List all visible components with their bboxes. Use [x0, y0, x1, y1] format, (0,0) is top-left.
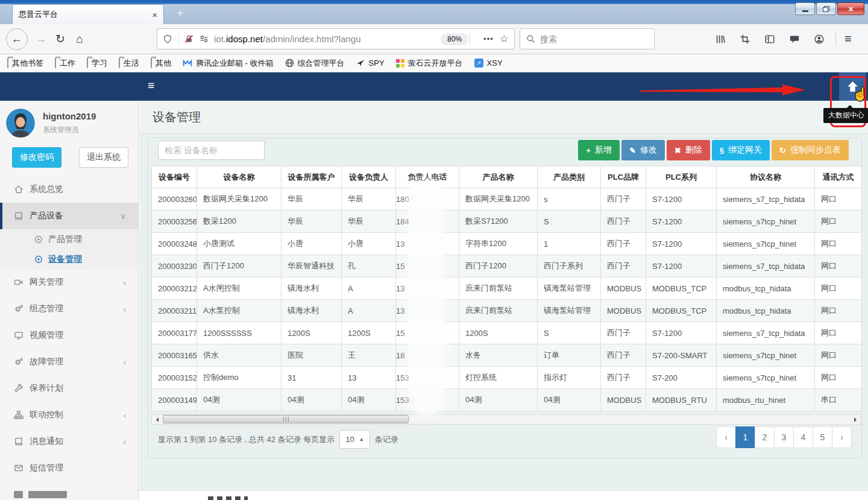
messages-icon[interactable] [789, 34, 800, 45]
sidebar-item-消息通知[interactable]: 消息通知‹ [0, 428, 138, 455]
change-password-button[interactable]: 修改密码 [12, 147, 61, 168]
forward-button[interactable]: → [31, 33, 51, 46]
pager-page-4[interactable]: 4 [793, 426, 813, 448]
restore-button[interactable] [816, 2, 836, 15]
cell-owner: 13 [342, 367, 396, 389]
user-buttons: 修改密码 退出系统 [0, 141, 138, 176]
horizontal-scrollbar[interactable] [151, 414, 861, 425]
bookmark-SPY[interactable]: SPY [356, 59, 385, 68]
table-row[interactable]: 200003256数采1200华辰华辰184数采S71200S西门子S7-120… [152, 210, 862, 233]
cell-category: S [538, 322, 601, 344]
action-button-删除[interactable]: ✖删除 [667, 140, 710, 160]
bookmark-folder-工作[interactable]: 工作 [55, 58, 75, 69]
minimize-button[interactable] [795, 2, 815, 15]
action-button-绑定网关[interactable]: §绑定网关 [712, 140, 770, 160]
cell-plc_series: MODBUS_TCP [646, 300, 717, 322]
new-tab-button[interactable]: + [171, 6, 189, 23]
phone-fragment-left: 15 [396, 329, 404, 338]
sidebar-item-联动控制[interactable]: 联动控制‹ [0, 402, 138, 428]
browser-tab[interactable]: 思普云平台 × [12, 4, 164, 24]
table-row[interactable]: 200003230西门子1200华辰智通科技孔15西门子1200西门子系列西门子… [152, 255, 862, 277]
sidebar-toggle-icon[interactable] [764, 34, 775, 45]
clipped-menu-item[interactable] [0, 481, 138, 500]
device-search-input[interactable] [158, 141, 265, 160]
browser-search-input[interactable] [540, 34, 637, 44]
action-button-强制同步点表[interactable]: ↻强制同步点表 [772, 140, 849, 160]
library-icon[interactable] [715, 34, 726, 45]
tab-close-icon[interactable]: × [152, 10, 157, 19]
cell-customer: 04测 [281, 389, 342, 411]
bookmark-folder-学习[interactable]: 学习 [87, 58, 107, 69]
sidebar-item-网关管理[interactable]: 网关管理‹ [0, 269, 138, 296]
table-row[interactable]: 2000031771200SSSSSS1200S1200S151200SS西门子… [152, 322, 862, 344]
minimize-icon [802, 10, 808, 12]
cell-owner: 华辰 [342, 188, 396, 210]
bookmark-XSY[interactable]: ↗XSY [474, 59, 503, 68]
browser-menu-icon[interactable]: ≡ [844, 32, 852, 46]
sidebar-item-产品设备[interactable]: 产品设备∨ [0, 203, 138, 229]
sidebar-item-保养计划[interactable]: 保养计划 [0, 375, 138, 402]
device-table: 设备编号设备名称设备所属客户设备负责人负责人电话产品名称产品类别PLC品牌PLC… [151, 166, 862, 411]
table-row[interactable]: 200003248小唐测试小唐小唐13字符串12001西门子S7-1200sie… [152, 233, 862, 255]
scroll-left-button[interactable] [152, 415, 162, 424]
sidebar-item-故障管理[interactable]: 故障管理‹ [0, 349, 138, 375]
sidebar-item-系统总览[interactable]: 系统总览 [0, 176, 138, 203]
bookmark-腾讯企业邮箱 - 收件箱[interactable]: 腾讯企业邮箱 - 收件箱 [183, 58, 274, 69]
scrollbar-track[interactable] [162, 415, 851, 424]
logout-button[interactable]: 退出系统 [79, 147, 128, 168]
table-row[interactable]: 20000314904测04测04测153804测04测MODBUSMODBUS… [152, 389, 862, 411]
table-row[interactable]: 200003260数据网关采集1200华辰华辰1804数据网关采集1200s西门… [152, 188, 862, 210]
phone-fragment-left: 13 [396, 306, 404, 315]
page-size-select[interactable]: 10 ▲ [339, 430, 370, 449]
pager-page-2[interactable]: 2 [755, 426, 775, 448]
avatar[interactable] [6, 109, 35, 138]
sidebar-item-label: 网关管理 [30, 277, 63, 288]
phone-fragment-left: 15 [396, 373, 404, 382]
page-actions-icon[interactable]: ••• [483, 34, 494, 43]
sidebar-item-label: 产品管理 [48, 234, 82, 245]
cell-plc_series: S7-1200 [646, 233, 717, 255]
close-button[interactable]: × [837, 2, 864, 15]
shield-icon[interactable] [163, 34, 172, 44]
table-row[interactable]: 200003211A水泵控制镇海水利A13庶来门前泵站镇海泵站管理MODBUSM… [152, 300, 862, 322]
bookmark-folder-生活[interactable]: 生活 [119, 58, 139, 69]
cell-owner: A [342, 300, 396, 322]
pager-page-5[interactable]: 5 [813, 426, 832, 448]
pager-prev[interactable]: ‹ [716, 426, 736, 448]
cell-product: 庶来门前泵站 [459, 277, 538, 300]
bookmark-star-icon[interactable]: ☆ [500, 33, 509, 45]
home-button[interactable]: ⌂ [70, 33, 89, 46]
bookmark-folder-其他书签[interactable]: 其他书签 [7, 58, 43, 69]
sidebar-collapse-icon[interactable]: ≡ [148, 79, 154, 92]
table-row[interactable]: 200003152控制demo3113153灯控系统指示灯西门子S7-200si… [152, 367, 862, 389]
sidebar-item-视频管理[interactable]: 视频管理 [0, 322, 138, 349]
permissions-icon[interactable] [199, 34, 209, 44]
account-icon[interactable] [814, 34, 825, 45]
cell-product: 西门子1200 [459, 255, 538, 277]
zoom-level-badge[interactable]: 80% [441, 33, 468, 45]
sidebar-item-设备管理[interactable]: 设备管理 [0, 249, 138, 269]
url-text[interactable]: iot.idosp.net/admin/index.html?langu [214, 34, 395, 44]
pager-page-1[interactable]: 1 [735, 426, 755, 448]
cell-name: A水闸控制 [197, 277, 281, 300]
action-button-新增[interactable]: +新增 [578, 140, 620, 160]
url-bar[interactable]: iot.idosp.net/admin/index.html?langu 80%… [157, 28, 515, 49]
reload-button[interactable]: ↻ [51, 32, 70, 46]
sidebar-item-组态管理[interactable]: 组态管理‹ [0, 296, 138, 322]
insecure-lock-icon[interactable] [184, 34, 194, 44]
back-button[interactable]: ← [6, 28, 28, 50]
sidebar-item-短信管理[interactable]: 短信管理 [0, 455, 138, 481]
table-row[interactable]: 200003212A水闸控制镇海水利A13庶来门前泵站镇海泵站管理MODBUSM… [152, 277, 862, 300]
scrollbar-thumb[interactable] [163, 415, 409, 423]
pager-next[interactable]: › [832, 426, 852, 448]
pager-page-3[interactable]: 3 [774, 426, 794, 448]
screenshot-crop-icon[interactable] [740, 34, 750, 45]
action-button-修改[interactable]: ✎修改 [621, 140, 665, 160]
browser-search-box[interactable] [520, 28, 655, 49]
scroll-right-button[interactable] [851, 415, 861, 424]
bookmark-综合管理平台[interactable]: 综合管理平台 [285, 58, 345, 69]
sidebar-item-产品管理[interactable]: 产品管理 [0, 229, 138, 249]
bookmark-folder-其他[interactable]: 其他 [151, 58, 171, 69]
bookmark-萤石云开放平台[interactable]: 萤石云开放平台 [396, 58, 463, 69]
table-row[interactable]: 200003165供水医院王18水务订单西门子S7-200-SMARTsieme… [152, 344, 862, 367]
